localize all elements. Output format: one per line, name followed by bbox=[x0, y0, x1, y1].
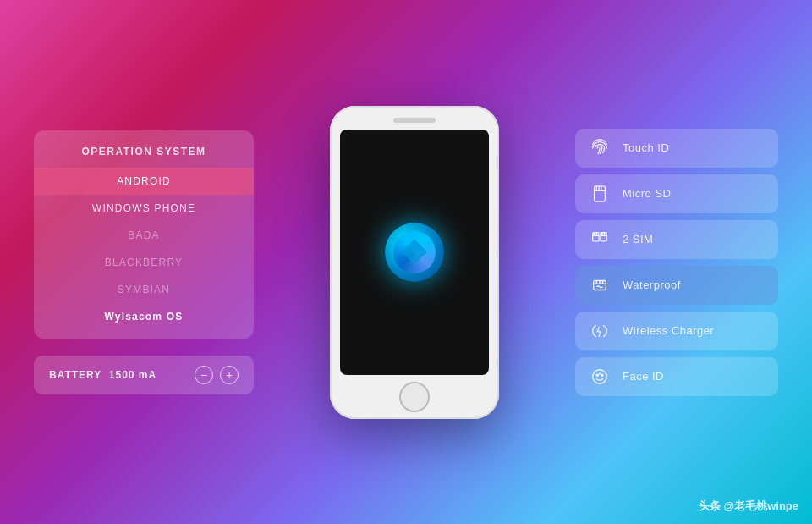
phone-logo-inner bbox=[402, 240, 427, 265]
svg-point-18 bbox=[593, 369, 607, 383]
feature-2sim[interactable]: 2 SIM bbox=[575, 220, 778, 259]
svg-rect-7 bbox=[601, 232, 606, 240]
sdcard-icon bbox=[589, 183, 611, 205]
sim2-icon bbox=[589, 229, 611, 251]
battery-label: BATTERY 1500 mA bbox=[49, 369, 156, 381]
svg-point-20 bbox=[601, 374, 603, 376]
svg-rect-5 bbox=[593, 232, 599, 240]
os-bada[interactable]: BADA bbox=[34, 222, 254, 249]
faceid-icon bbox=[589, 366, 611, 388]
waterproof-icon bbox=[589, 274, 611, 296]
os-panel: OPERATION SYSTEM ANDROID WINDOWS PHONE B… bbox=[34, 130, 254, 339]
os-windows-phone[interactable]: WINDOWS PHONE bbox=[34, 195, 254, 222]
left-panel: OPERATION SYSTEM ANDROID WINDOWS PHONE B… bbox=[34, 130, 254, 394]
feature-micro-sd[interactable]: Micro SD bbox=[575, 174, 778, 213]
phone-container bbox=[254, 106, 575, 419]
2sim-label: 2 SIM bbox=[623, 233, 653, 245]
os-wylsacom[interactable]: Wylsacom OS bbox=[34, 303, 254, 330]
os-title: OPERATION SYSTEM bbox=[34, 139, 254, 168]
micro-sd-label: Micro SD bbox=[623, 187, 671, 200]
svg-point-19 bbox=[596, 374, 598, 376]
right-panel: Touch ID Micro SD bbox=[575, 129, 778, 396]
phone-logo bbox=[385, 223, 444, 282]
os-blackberry[interactable]: BLACKBERRY bbox=[34, 249, 254, 276]
main-container: OPERATION SYSTEM ANDROID WINDOWS PHONE B… bbox=[0, 0, 812, 524]
phone-speaker bbox=[393, 118, 436, 123]
wireless-charger-label: Wireless Charger bbox=[623, 324, 714, 337]
os-symbian[interactable]: SYMBIAN bbox=[34, 276, 254, 303]
feature-waterproof[interactable]: Waterproof bbox=[575, 266, 778, 305]
feature-touch-id[interactable]: Touch ID bbox=[575, 129, 778, 168]
waterproof-label: Waterproof bbox=[623, 279, 681, 291]
feature-face-id[interactable]: Face ID bbox=[575, 357, 778, 396]
watermark: 头条 @老毛桃winpe bbox=[699, 499, 798, 514]
touch-id-label: Touch ID bbox=[623, 141, 669, 154]
phone-mockup bbox=[330, 106, 499, 419]
battery-controls: − + bbox=[195, 366, 239, 384]
feature-wireless-charger[interactable]: Wireless Charger bbox=[575, 312, 778, 350]
phone-screen bbox=[340, 130, 489, 375]
svg-rect-0 bbox=[595, 185, 606, 201]
fingerprint-icon bbox=[589, 137, 611, 159]
phone-home-button[interactable] bbox=[399, 382, 430, 412]
os-android[interactable]: ANDROID bbox=[34, 168, 254, 195]
battery-panel: BATTERY 1500 mA − + bbox=[34, 356, 254, 394]
battery-minus-button[interactable]: − bbox=[195, 366, 213, 384]
wireless-charger-icon bbox=[589, 320, 611, 342]
face-id-label: Face ID bbox=[623, 370, 664, 383]
battery-plus-button[interactable]: + bbox=[220, 366, 239, 384]
